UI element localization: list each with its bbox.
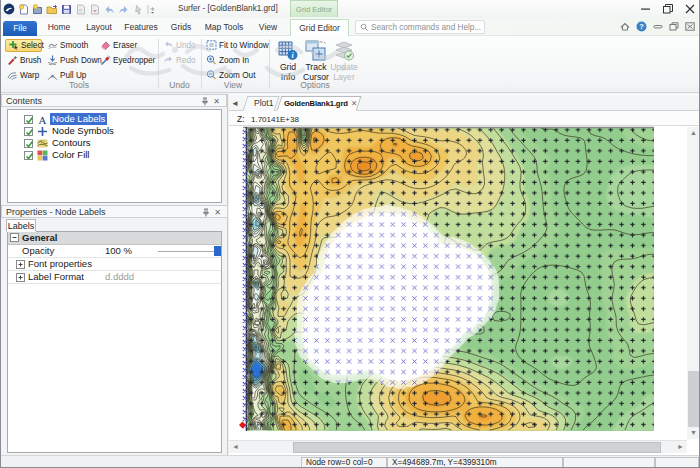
svg-text:A: A <box>39 114 47 125</box>
svg-text:?: ? <box>639 22 644 31</box>
